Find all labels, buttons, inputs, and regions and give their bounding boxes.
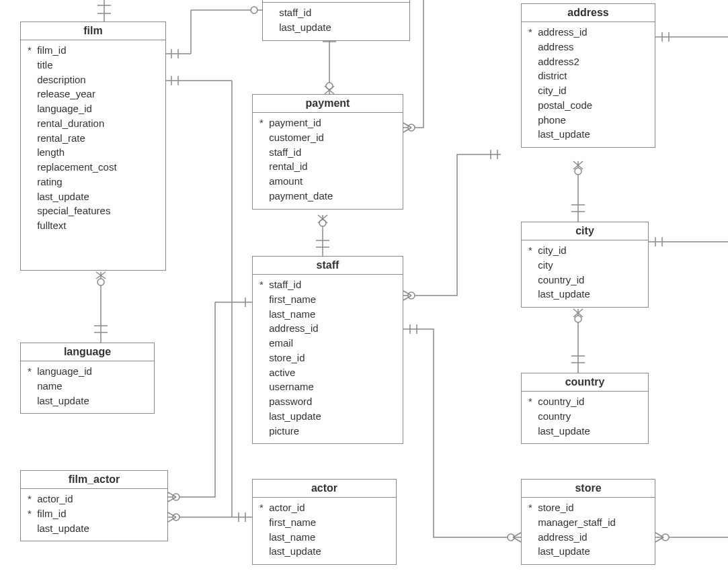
svg-line-73 (655, 533, 663, 537)
svg-line-67 (168, 497, 176, 502)
entity-film-actor: film_actor * actor_id* film_id last_upda… (20, 470, 168, 541)
svg-line-74 (655, 537, 663, 542)
field-film-release_year: release_year (28, 87, 159, 101)
entity-actor: actor * actor_id first_name last_name la… (252, 479, 397, 565)
field-film_actor-actor_id: * actor_id (28, 492, 161, 506)
field-fragment_top-last_update: last_update (270, 20, 403, 35)
entity-store: store * store_id manager_staff_id addres… (521, 479, 655, 565)
entity-title-actor: actor (253, 480, 396, 498)
field-country-country: country (528, 409, 641, 424)
entity-language: language * language_id name last_update (20, 343, 155, 414)
field-name: customer_id (269, 132, 324, 143)
entity-title-payment: payment (253, 95, 403, 113)
field-name: country_id (538, 274, 584, 285)
svg-line-8 (325, 86, 334, 94)
field-name: last_update (279, 21, 331, 33)
field-name: special_features (37, 205, 110, 216)
field-address-postal_code: postal_code (528, 98, 648, 113)
field-film-replacement_cost: replacement_cost (28, 160, 159, 175)
field-name: payment_date (269, 190, 333, 201)
pk-marker: * (259, 116, 266, 130)
field-store-last_update: last_update (528, 544, 648, 559)
field-film-special_features: special_features (28, 204, 159, 218)
pk-marker: * (28, 506, 34, 521)
field-name: first_name (269, 516, 316, 528)
field-fragment_top-staff_id: staff_id (270, 5, 403, 20)
svg-line-29 (403, 128, 411, 132)
svg-point-72 (662, 534, 669, 541)
pk-marker: * (259, 277, 266, 292)
svg-line-39 (403, 296, 411, 300)
entity-fragment-top: staff_id last_update (262, 0, 410, 41)
field-country-country_id: * country_id (528, 394, 641, 409)
entity-title-country: country (522, 373, 648, 392)
entity-country: country * country_id country last_update (521, 373, 649, 444)
field-name: city (538, 259, 553, 271)
field-actor-last_update: last_update (259, 544, 389, 559)
svg-point-22 (97, 279, 104, 285)
field-film-fulltext: fulltext (28, 218, 159, 233)
field-name: district (538, 70, 567, 81)
field-staff-store_id: store_id (259, 351, 396, 365)
field-name: replacement_cost (37, 161, 116, 173)
field-staff-picture: picture (259, 424, 396, 439)
svg-point-51 (575, 168, 581, 175)
field-address-district: district (528, 69, 648, 83)
field-film-description: description (28, 73, 159, 87)
field-film-rental_rate: rental_rate (28, 131, 159, 146)
svg-line-46 (513, 537, 521, 542)
svg-point-60 (575, 316, 581, 322)
field-name: rental_duration (37, 118, 104, 129)
pk-marker: * (528, 243, 535, 258)
svg-line-9 (325, 86, 334, 94)
field-payment-rental_id: rental_id (259, 159, 396, 174)
field-name: last_update (269, 545, 321, 557)
field-address-last_update: last_update (528, 127, 648, 142)
entity-payment: payment * payment_id customer_id staff_i… (252, 94, 403, 210)
field-city-last_update: last_update (528, 287, 641, 302)
field-film-language_id: language_id (28, 101, 159, 116)
field-name: language_id (37, 103, 92, 114)
svg-line-53 (573, 161, 583, 169)
field-film-length: length (28, 145, 159, 160)
field-film_actor-film_id: * film_id (28, 506, 161, 521)
entity-city: city * city_id city country_id last_upda… (521, 222, 649, 308)
field-city-city_id: * city_id (528, 243, 641, 258)
svg-point-27 (408, 124, 415, 131)
field-name: password (269, 396, 312, 407)
field-address-address2: address2 (528, 54, 648, 69)
field-staff-last_update: last_update (259, 409, 396, 424)
pk-marker: * (28, 364, 34, 379)
field-name: store_id (538, 502, 573, 513)
pk-marker: * (28, 492, 34, 506)
field-name: name (37, 380, 63, 392)
field-name: description (37, 74, 86, 85)
entity-title-store: store (522, 480, 655, 498)
field-name: phone (538, 114, 566, 126)
svg-point-31 (319, 220, 326, 226)
field-film-rental_duration: rental_duration (28, 116, 159, 131)
field-film-film_id: * film_id (28, 43, 159, 58)
svg-point-7 (326, 83, 333, 89)
field-staff-staff_id: * staff_id (259, 277, 396, 292)
field-address-city_id: city_id (528, 83, 648, 98)
entity-film: film * film_id title description release… (20, 21, 166, 271)
field-name: film_id (37, 508, 66, 519)
field-name: rental_id (269, 161, 308, 172)
field-payment-customer_id: customer_id (259, 130, 396, 145)
field-staff-first_name: first_name (259, 292, 396, 307)
field-name: last_update (37, 523, 89, 534)
field-payment-payment_date: payment_date (259, 189, 396, 204)
field-name: last_update (538, 425, 590, 437)
field-name: country (538, 410, 571, 422)
svg-line-32 (318, 215, 327, 223)
pk-marker: * (528, 394, 535, 409)
field-name: address_id (538, 531, 587, 543)
field-address-phone: phone (528, 113, 648, 128)
field-name: city_id (538, 244, 567, 256)
field-name: release_year (37, 88, 95, 99)
pk-marker: * (528, 25, 535, 40)
svg-line-24 (96, 272, 106, 279)
field-actor-actor_id: * actor_id (259, 500, 389, 515)
field-name: fulltext (37, 220, 66, 231)
